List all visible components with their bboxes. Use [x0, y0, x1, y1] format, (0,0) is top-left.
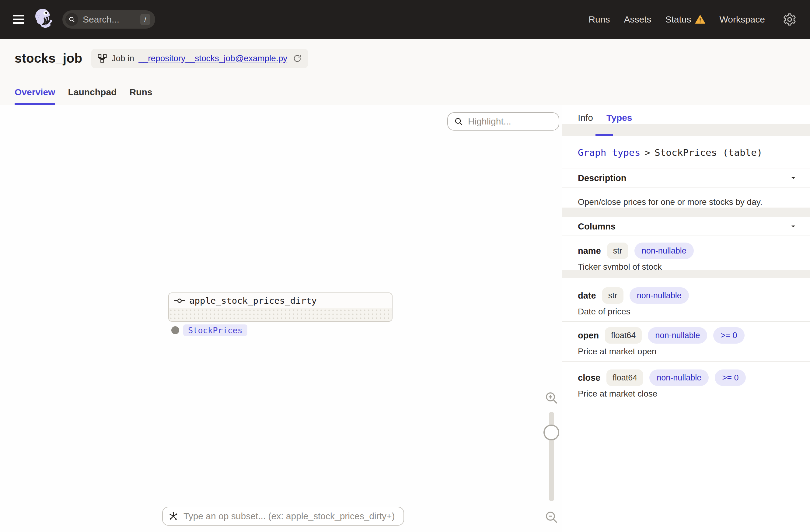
- output-type-tag[interactable]: StockPrices: [183, 324, 247, 336]
- top-navigation: Search... / Runs Assets Status Workspace: [0, 0, 810, 39]
- highlight-search: [447, 112, 559, 131]
- tab-launchpad[interactable]: Launchpad: [68, 87, 116, 105]
- output-handle-dot[interactable]: [171, 326, 179, 334]
- column-constraint-badge: non-nullable: [649, 370, 709, 386]
- op-commit-icon: [174, 298, 185, 303]
- op-node[interactable]: apple_stock_prices_dirty: [168, 292, 392, 322]
- breadcrumb: Graph types > StockPrices (table): [562, 136, 810, 169]
- op-node-title: apple_stock_prices_dirty: [169, 293, 392, 308]
- type-sidebar: Info Types Graph types > StockPrices (ta…: [562, 105, 810, 532]
- zoom-controls: [541, 390, 561, 525]
- zoom-out-icon[interactable]: [544, 510, 559, 525]
- tab-overview[interactable]: Overview: [15, 87, 55, 105]
- column-constraint-badge: >= 0: [713, 327, 744, 344]
- sidebar-tab-types[interactable]: Types: [606, 113, 632, 123]
- breadcrumb-separator: >: [645, 147, 650, 158]
- tab-runs[interactable]: Runs: [129, 87, 152, 105]
- op-subset-box: [162, 507, 404, 526]
- op-selector-icon: [168, 511, 179, 521]
- column-name: name: [578, 246, 601, 256]
- op-subset-input[interactable]: [183, 511, 398, 522]
- zoom-in-icon[interactable]: [544, 390, 559, 405]
- sidebar-tab-underline: [596, 134, 613, 136]
- column-type-badge: str: [602, 287, 623, 304]
- nav-status-label: Status: [665, 14, 691, 25]
- breadcrumb-graph-types-link[interactable]: Graph types: [578, 147, 640, 158]
- caret-down-icon: [790, 223, 797, 230]
- column-constraint-badge: >= 0: [715, 370, 746, 386]
- zoom-slider-track[interactable]: [549, 412, 554, 501]
- nav-status[interactable]: Status: [665, 14, 705, 25]
- column-description: Price at market open: [578, 346, 656, 356]
- job-graph-icon: [97, 53, 107, 63]
- op-node-body: [169, 308, 392, 322]
- global-search[interactable]: Search... /: [62, 10, 155, 29]
- search-shortcut-key: /: [140, 14, 150, 25]
- column-constraint-badge: non-nullable: [648, 327, 707, 344]
- warning-icon: [695, 15, 705, 25]
- title-row: stocks_job Job in __repository__stocks_j…: [0, 39, 810, 68]
- column-type-badge: str: [607, 243, 628, 259]
- nav-runs[interactable]: Runs: [588, 14, 610, 25]
- caret-down-icon: [790, 175, 797, 181]
- job-file-link[interactable]: __repository__stocks_job@example.py: [139, 53, 287, 63]
- sidebar-tab-info[interactable]: Info: [578, 113, 593, 123]
- page-header: stocks_job Job in __repository__stocks_j…: [0, 39, 810, 105]
- op-node-label: apple_stock_prices_dirty: [189, 295, 317, 306]
- reload-icon[interactable]: [293, 54, 302, 63]
- column-entry: date str non-nullable Date of prices: [562, 278, 810, 322]
- page-tabs: Overview Launchpad Runs: [15, 87, 152, 105]
- description-body: Open/close prices for one or more stocks…: [562, 188, 810, 217]
- column-entry: name str non-nullable Ticker symbol of s…: [562, 236, 810, 278]
- column-description: Price at market close: [578, 389, 657, 399]
- column-constraint-badge: non-nullable: [630, 287, 689, 304]
- search-placeholder: Search...: [83, 14, 140, 25]
- content: apple_stock_prices_dirty StockPrices: [0, 105, 810, 532]
- column-entry: open float64 non-nullable >= 0 Price at …: [562, 322, 810, 361]
- column-name: close: [578, 373, 600, 383]
- nav-workspace[interactable]: Workspace: [719, 14, 765, 25]
- column-name: open: [578, 331, 599, 341]
- column-description: Date of prices: [578, 307, 631, 317]
- op-graph-canvas[interactable]: apple_stock_prices_dirty StockPrices: [0, 105, 562, 532]
- job-context-prefix: Job in: [111, 53, 134, 63]
- nav-assets[interactable]: Assets: [624, 14, 651, 25]
- column-type-badge: float64: [606, 370, 643, 386]
- section-header-description[interactable]: Description: [562, 169, 810, 188]
- column-type-badge: float64: [605, 327, 642, 344]
- divider-strip: [562, 270, 810, 278]
- column-entry: close float64 non-nullable >= 0 Price at…: [562, 361, 810, 404]
- search-icon: [65, 13, 78, 26]
- job-context-pill: Job in __repository__stocks_job@example.…: [91, 49, 308, 68]
- sidebar-tabbar: Info Types: [562, 105, 810, 136]
- column-constraint-badge: non-nullable: [634, 243, 694, 259]
- page-title: stocks_job: [15, 51, 82, 66]
- zoom-slider-handle[interactable]: [544, 424, 559, 440]
- description-text: Open/close prices for one or more stocks…: [578, 197, 762, 207]
- nav-links: Runs Assets Status Workspace: [588, 14, 765, 25]
- breadcrumb-current: StockPrices (table): [654, 147, 763, 158]
- highlight-search-icon: [454, 117, 463, 126]
- section-header-columns[interactable]: Columns: [562, 217, 810, 236]
- divider-strip: [562, 208, 810, 217]
- dagster-logo-icon[interactable]: [33, 6, 54, 33]
- settings-gear-icon[interactable]: [783, 13, 797, 27]
- menu-icon[interactable]: [13, 15, 24, 24]
- column-name: date: [578, 291, 596, 301]
- highlight-input[interactable]: [467, 116, 553, 127]
